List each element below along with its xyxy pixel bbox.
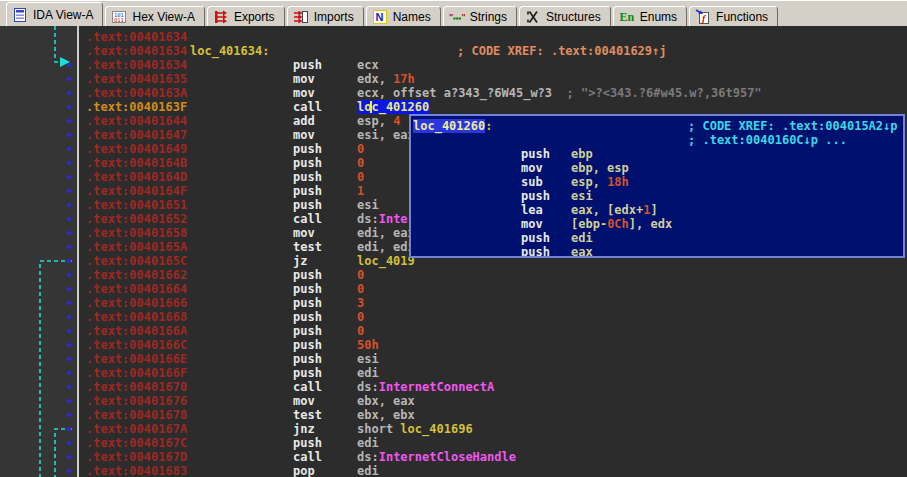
imports-icon bbox=[293, 9, 309, 25]
mnemonic: push bbox=[293, 352, 322, 366]
operand: ds: bbox=[357, 380, 379, 394]
operand-group: esi, eax bbox=[357, 128, 415, 142]
disasm-row[interactable]: .text:0040166Epushesi bbox=[0, 352, 907, 366]
operand-group: ds:InternetCloseHandle bbox=[357, 450, 516, 464]
popup-disasm-row: loc_401260:; CODE XREF: .text:004015A2↓p bbox=[411, 119, 903, 133]
operand: esi bbox=[357, 198, 379, 212]
disasm-row[interactable]: .text:00401664push0 bbox=[0, 282, 907, 296]
disasm-row[interactable]: .text:00401683popedi bbox=[0, 464, 907, 477]
tab-bar: IDA View-A 101011 Hex View-A Exports Imp… bbox=[0, 0, 907, 26]
operand-group: 0 bbox=[357, 156, 364, 170]
svg-text:": " bbox=[449, 12, 453, 22]
operand-group: esp, 18h bbox=[571, 175, 629, 189]
disasm-row[interactable]: .text:00401676movebx, eax bbox=[0, 394, 907, 408]
disasm-row[interactable]: .text:00401634 bbox=[0, 30, 907, 44]
address: .text:00401668 bbox=[86, 310, 187, 324]
popup-disasm-row: movebp, esp bbox=[411, 161, 903, 175]
disasm-row[interactable]: .text:0040163Amovecx, offset a?343_?6W45… bbox=[0, 86, 907, 100]
operand: edi bbox=[357, 436, 379, 450]
operand-group: esi bbox=[571, 189, 593, 203]
xref-comment: ; CODE XREF: .text:004015A2↓p bbox=[688, 119, 898, 133]
disasm-row[interactable]: .text:00401662push0 bbox=[0, 268, 907, 282]
address: .text:00401649 bbox=[86, 142, 187, 156]
disasm-row[interactable]: .text:0040163Fcallloc_401260 bbox=[0, 100, 907, 114]
disasm-row[interactable]: .text:0040166Cpush50h bbox=[0, 338, 907, 352]
mnemonic: lea bbox=[521, 203, 543, 217]
address: .text:0040163F bbox=[86, 100, 187, 114]
operand-group: short loc_401696 bbox=[357, 422, 473, 436]
disasm-row[interactable]: .text:00401634loc_401634:; CODE XREF: .t… bbox=[0, 44, 907, 58]
operand-group: ecx bbox=[357, 58, 379, 72]
address: .text:00401683 bbox=[86, 464, 187, 477]
tab-label: Functions bbox=[716, 10, 768, 24]
mnemonic: push bbox=[521, 245, 550, 256]
tab-structures[interactable]: Structures bbox=[519, 6, 611, 26]
number-literal: 0Ch bbox=[607, 217, 629, 231]
tab-enums[interactable]: En Enums bbox=[613, 6, 687, 26]
disasm-row[interactable]: .text:00401668push0 bbox=[0, 310, 907, 324]
number-literal: 4 bbox=[393, 114, 400, 128]
disasm-row[interactable]: .text:0040167Dcallds:InternetCloseHandle bbox=[0, 450, 907, 464]
tab-hex-view-a[interactable]: 101011 Hex View-A bbox=[105, 6, 204, 26]
disasm-row[interactable]: .text:0040166Apush0 bbox=[0, 324, 907, 338]
tab-label: Strings bbox=[470, 10, 507, 24]
mnemonic: push bbox=[293, 324, 322, 338]
operand-group: 0 bbox=[357, 282, 364, 296]
operand-group: loc_4019 bbox=[357, 254, 415, 268]
mnemonic: test bbox=[293, 408, 322, 422]
operand-group: 50h bbox=[357, 338, 379, 352]
number-literal: 0 bbox=[357, 282, 364, 296]
structures-icon bbox=[525, 9, 541, 25]
popup-disasm-row: ; .text:0040160C↓p ... bbox=[411, 133, 903, 147]
tab-ida-view-a[interactable]: IDA View-A bbox=[6, 2, 103, 26]
number-literal: 0 bbox=[357, 268, 364, 282]
number-literal: 0 bbox=[357, 170, 364, 184]
mnemonic: mov bbox=[293, 128, 315, 142]
tab-label: IDA View-A bbox=[33, 8, 93, 22]
mnemonic: call bbox=[293, 450, 322, 464]
tab-names[interactable]: N Names bbox=[366, 6, 441, 26]
operand-group: edi bbox=[357, 436, 379, 450]
address: .text:0040165A bbox=[86, 240, 187, 254]
tab-functions[interactable]: f Functions bbox=[689, 6, 778, 26]
address: .text:0040167C bbox=[86, 436, 187, 450]
operand: ecx, offset a?343_?6W45_w?3 bbox=[357, 86, 552, 100]
address: .text:00401678 bbox=[86, 408, 187, 422]
mnemonic: push bbox=[293, 170, 322, 184]
disasm-row[interactable]: .text:00401635movedx, 17h bbox=[0, 72, 907, 86]
tab-imports[interactable]: Imports bbox=[287, 6, 364, 26]
operand-group: eax bbox=[571, 245, 593, 256]
text-cursor bbox=[370, 101, 372, 113]
svg-text:En: En bbox=[619, 10, 634, 24]
operand: ebx, ebx bbox=[357, 408, 415, 422]
number-literal: 0 bbox=[357, 142, 364, 156]
operand: [ebp- bbox=[571, 217, 607, 231]
disasm-row[interactable]: .text:00401666push3 bbox=[0, 296, 907, 310]
tab-strings[interactable]: "" Strings bbox=[443, 6, 517, 26]
xref-comment: ; CODE XREF: .text:00401629↑j bbox=[457, 44, 667, 58]
disasm-row[interactable]: .text:00401678testebx, ebx bbox=[0, 408, 907, 422]
address: .text:0040167A bbox=[86, 422, 187, 436]
code-hint-popup: loc_401260:; CODE XREF: .text:004015A2↓p… bbox=[409, 114, 905, 258]
disasm-row[interactable]: .text:00401670callds:InternetConnectA bbox=[0, 380, 907, 394]
operand-group: 0 bbox=[357, 142, 364, 156]
names-icon: N bbox=[372, 9, 388, 25]
operand-group: ecx, offset a?343_?6W45_w?3 ; ">?<343.?6… bbox=[357, 86, 762, 100]
mnemonic: mov bbox=[293, 226, 315, 240]
operand-group: ebp, esp bbox=[571, 161, 629, 175]
mnemonic: push bbox=[521, 189, 550, 203]
popup-disasm-row: pushedi bbox=[411, 231, 903, 245]
operand-group: ds:InternetConnectA bbox=[357, 380, 494, 394]
disasm-row[interactable]: .text:00401634pushecx bbox=[0, 58, 907, 72]
disasm-row[interactable]: .text:0040167Ajnzshort loc_401696 bbox=[0, 422, 907, 436]
operand-group: esi bbox=[357, 352, 379, 366]
disasm-row[interactable]: .text:0040166Fpushedi bbox=[0, 366, 907, 380]
disasm-row[interactable]: .text:0040167Cpushedi bbox=[0, 436, 907, 450]
popup-disasm-row: leaeax, [edx+1] bbox=[411, 203, 903, 217]
mnemonic: push bbox=[293, 184, 322, 198]
operand-group: edi bbox=[357, 464, 379, 477]
operand: edx, bbox=[357, 72, 393, 86]
popup-disasm-row: pushebp bbox=[411, 147, 903, 161]
tab-exports[interactable]: Exports bbox=[207, 6, 285, 26]
operand-group: ebp bbox=[571, 147, 593, 161]
